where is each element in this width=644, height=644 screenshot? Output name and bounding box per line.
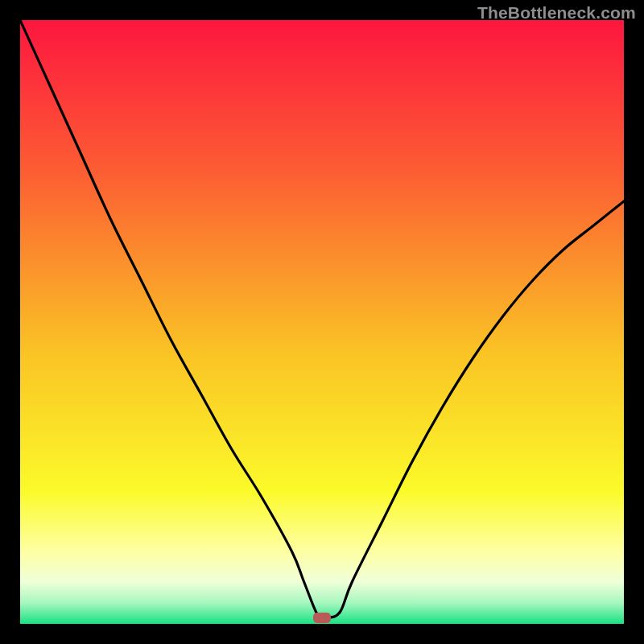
chart-plot-area — [20, 20, 624, 624]
chart-frame: TheBottleneck.com — [0, 0, 644, 644]
chart-background-gradient — [20, 20, 624, 624]
chart-svg — [20, 20, 624, 624]
optimal-point-marker — [313, 613, 331, 623]
